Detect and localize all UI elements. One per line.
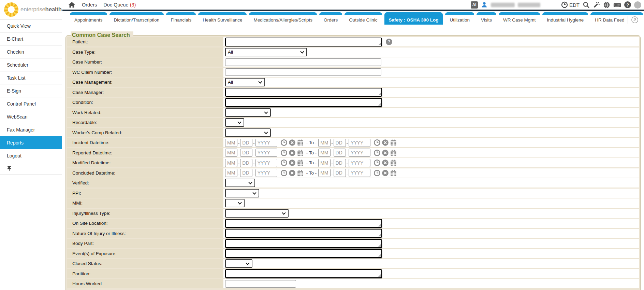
day-input-to[interactable]: [334, 169, 346, 177]
case-number-field[interactable]: [225, 58, 381, 66]
work-related-select[interactable]: [225, 108, 271, 117]
field-help-icon[interactable]: ?: [386, 39, 392, 45]
sidebar-item-control-panel[interactable]: Control Panel: [0, 97, 62, 110]
wand-button[interactable]: [593, 1, 600, 9]
sidebar-item-fax-manager[interactable]: Fax Manager: [0, 123, 62, 136]
sidebar-pin-item[interactable]: [0, 162, 62, 175]
month-input-from[interactable]: [225, 169, 237, 177]
worker-s-comp-related-select[interactable]: [225, 128, 271, 137]
sidebar-item-webscan[interactable]: WebScan: [0, 110, 62, 123]
month-input-from[interactable]: [225, 159, 237, 167]
year-input-to[interactable]: [349, 159, 370, 167]
clear-date-button-to[interactable]: [382, 149, 389, 156]
patient-field[interactable]: [225, 38, 382, 46]
on-site-location-field[interactable]: [225, 219, 382, 228]
ppi-select[interactable]: [225, 189, 259, 197]
month-input-to[interactable]: [318, 139, 331, 147]
tab-financials[interactable]: Financials: [166, 12, 196, 26]
keyboard-button[interactable]: [613, 1, 621, 9]
calendar-picker-button-from[interactable]: [297, 159, 304, 166]
sidebar-item-task-list[interactable]: Task List: [0, 71, 62, 84]
wc-claim-number-field[interactable]: [225, 68, 381, 76]
time-picker-button-from[interactable]: [280, 139, 288, 146]
nav-doc-queue-link[interactable]: Doc Queue (3): [103, 2, 136, 8]
calendar-picker-button-to[interactable]: [390, 149, 397, 156]
year-input-from[interactable]: [255, 139, 277, 147]
sidebar-item-scheduler[interactable]: Scheduler: [0, 58, 62, 71]
month-input-from[interactable]: [225, 139, 237, 147]
user-button[interactable]: [481, 1, 488, 8]
year-input-from[interactable]: [255, 159, 277, 167]
month-input-to[interactable]: [318, 159, 331, 167]
timezone-indicator[interactable]: EDT: [561, 1, 580, 8]
clear-date-button-from[interactable]: [289, 159, 296, 166]
tab-safety-osha-300-log[interactable]: Safety : OSHA 300 Log: [384, 12, 443, 26]
sidebar-item-checkin[interactable]: Checkin: [0, 45, 62, 58]
sidebar-item-quick-view[interactable]: Quick View: [0, 19, 62, 32]
time-picker-button-to[interactable]: [374, 149, 381, 156]
time-picker-button-from[interactable]: [280, 169, 288, 177]
event-s-of-exposure-field[interactable]: [225, 249, 382, 258]
calendar-picker-button-to[interactable]: [390, 139, 397, 146]
case-manager-field[interactable]: [225, 88, 382, 97]
clear-date-button-from[interactable]: [289, 139, 296, 146]
avatar[interactable]: [634, 1, 641, 9]
search-button[interactable]: [583, 1, 590, 9]
sidebar-item-e-chart[interactable]: E-Chart: [0, 32, 62, 45]
clear-date-button-from[interactable]: [289, 149, 296, 156]
condition-field[interactable]: [225, 98, 382, 107]
case-management-select[interactable]: All: [225, 78, 265, 86]
month-input-from[interactable]: [225, 149, 237, 157]
day-input-from[interactable]: [240, 159, 252, 167]
time-picker-button-to[interactable]: [374, 159, 381, 166]
day-input-from[interactable]: [240, 139, 252, 147]
year-input-to[interactable]: [349, 169, 370, 177]
month-input-to[interactable]: [318, 149, 331, 157]
year-input-to[interactable]: [349, 149, 370, 157]
tab-visits[interactable]: Visits: [477, 12, 496, 26]
recordable-select[interactable]: [225, 118, 244, 127]
mmi-select[interactable]: [225, 199, 245, 207]
tab-health-surveillance[interactable]: Health Surveillance: [198, 12, 247, 26]
tab-external-button[interactable]: [631, 16, 639, 24]
day-input-to[interactable]: [334, 159, 346, 167]
closed-status-select[interactable]: [225, 259, 252, 268]
time-picker-button-from[interactable]: [280, 149, 288, 156]
tab-orders[interactable]: Orders: [319, 12, 342, 26]
day-input-from[interactable]: [240, 149, 252, 157]
home-button[interactable]: [68, 2, 75, 8]
clear-date-button-to[interactable]: [382, 159, 389, 166]
day-input-to[interactable]: [334, 149, 346, 157]
help-button[interactable]: ?: [624, 1, 631, 8]
sidebar-item-e-sign[interactable]: E-Sign: [0, 84, 62, 97]
ai-badge[interactable]: AI: [471, 1, 478, 9]
calendar-picker-button-from[interactable]: [297, 139, 304, 146]
day-input-from[interactable]: [240, 169, 252, 177]
year-input-from[interactable]: [255, 169, 277, 177]
clear-date-button-from[interactable]: [289, 169, 296, 177]
nature-of-injury-or-illness-field[interactable]: [225, 229, 382, 238]
partition-field[interactable]: [225, 269, 382, 278]
calendar-picker-button-to[interactable]: [390, 169, 397, 177]
calendar-picker-button-from[interactable]: [297, 149, 304, 156]
calendar-picker-button-to[interactable]: [390, 159, 397, 166]
time-picker-button-from[interactable]: [280, 159, 288, 166]
time-picker-button-to[interactable]: [374, 139, 381, 146]
case-type-select[interactable]: All: [225, 48, 307, 56]
sidebar-item-reports[interactable]: Reports: [0, 136, 62, 149]
body-part-field[interactable]: [225, 239, 382, 248]
tab-industrial-hygiene[interactable]: Industrial Hygiene: [542, 12, 588, 26]
verified-select[interactable]: [225, 179, 255, 187]
calendar-picker-button-from[interactable]: [297, 169, 304, 177]
tab-utilization[interactable]: Utilization: [445, 12, 474, 26]
day-input-to[interactable]: [334, 139, 346, 147]
nav-orders-link[interactable]: Orders: [82, 2, 97, 8]
month-input-to[interactable]: [318, 169, 331, 177]
tab-appointments[interactable]: Appointments: [70, 12, 107, 26]
tab-outside-clinic[interactable]: Outside Clinic: [345, 12, 382, 26]
clear-date-button-to[interactable]: [382, 169, 389, 177]
clear-date-button-to[interactable]: [382, 139, 389, 146]
tab-medications-allergies-scripts[interactable]: Medications/Allergies/Scripts: [249, 12, 317, 26]
tab-dictation-transcription[interactable]: Dictation/Transcription: [109, 12, 164, 26]
injury-illness-type-select[interactable]: [225, 209, 289, 218]
